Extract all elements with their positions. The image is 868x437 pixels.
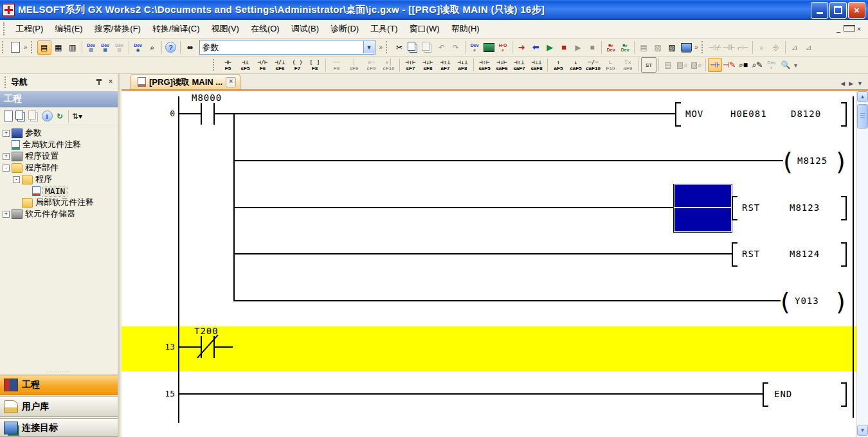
toolbar-overflow-chevron[interactable]: » (694, 44, 698, 51)
tree-item-parameter[interactable]: + 参数 (0, 127, 118, 139)
menu-diagnostics[interactable]: 诊断(D) (325, 21, 365, 37)
tree-item-program-setting[interactable]: + 程序设置 (0, 150, 118, 162)
edit-rung-insert-button[interactable]: ⌐⊢ (736, 40, 750, 55)
application-instruction-button[interactable]: [ ]F8 (306, 57, 323, 73)
pin-icon[interactable] (95, 78, 104, 87)
user-library-view-button[interactable]: 用户库 (0, 397, 118, 417)
vertical-scrollbar[interactable]: ▲ ▼ (856, 91, 868, 437)
navigation-window-toggle[interactable]: ▤ (37, 40, 51, 55)
mdi-restore-button[interactable] (844, 25, 854, 33)
edit-line-delete-button[interactable]: ⊣⊩ (722, 40, 736, 55)
mdi-close-button[interactable]: × (854, 25, 864, 33)
comment-edit-button[interactable]: ⊿ (788, 40, 802, 55)
redo-button[interactable]: ↷ (449, 40, 463, 55)
tab-scroll-right-icon[interactable]: ▶ (849, 80, 853, 87)
write-to-plc-button[interactable]: ➜ (514, 40, 529, 55)
minimize-button[interactable] (811, 2, 828, 19)
function-block-selection-button[interactable]: ▦ (51, 40, 66, 55)
sort-dropdown-button[interactable]: ⇅▾ (71, 110, 84, 123)
branch-line-button[interactable]: ∟F10 (602, 57, 619, 73)
delete-horizontal-line-button[interactable]: ×─cF9 (363, 57, 380, 73)
read-from-plc-button[interactable]: ⬅ (529, 40, 543, 55)
horizontal-line-button[interactable]: ──F9 (328, 57, 345, 73)
closed-branch-button[interactable]: ⊣/⊥sF6 (271, 57, 289, 73)
edit-jump-button[interactable]: ⎆ (769, 40, 783, 55)
monitor-start-all-button[interactable]: ▶ (571, 40, 585, 55)
device-memory-button[interactable]: Dev▦ (98, 40, 113, 55)
copy-item-button[interactable] (15, 110, 28, 123)
tab-close-icon[interactable]: × (226, 77, 236, 87)
note-insert-button[interactable]: ▧ (651, 40, 665, 55)
combobox-dropdown-arrow[interactable]: ▼ (363, 41, 375, 53)
monitor-start-button[interactable]: ▶ (543, 40, 557, 55)
tree-item-main[interactable]: MAIN (0, 185, 118, 197)
device-find-dropdown[interactable]: ⌕ (145, 40, 159, 55)
crossref-window-button[interactable] (482, 40, 496, 55)
property-button[interactable]: i (41, 110, 53, 123)
device-batch-monitor-button[interactable]: ■⌕Dev (618, 40, 632, 55)
expander-icon[interactable]: + (3, 153, 10, 160)
menu-help[interactable]: 帮助(H) (446, 21, 485, 37)
menu-view[interactable]: 视图(V) (206, 21, 245, 37)
scrollbar-thumb[interactable] (857, 104, 868, 129)
menu-find-replace[interactable]: 搜索/替换(F) (89, 21, 147, 37)
scroll-up-icon[interactable]: ▲ (857, 91, 868, 102)
toolbar-overflow-chevron[interactable]: ▾ (794, 62, 797, 69)
tab-list-dropdown-icon[interactable]: ▼ (857, 80, 863, 87)
connection-destination-view-button[interactable]: 连接目标 (0, 418, 118, 437)
menu-debug[interactable]: 调试(B) (285, 21, 325, 37)
toolbar-overflow-chevron[interactable]: » (379, 44, 383, 51)
expander-icon[interactable]: + (3, 211, 10, 218)
expander-icon[interactable]: - (13, 176, 20, 183)
mdi-minimize-button[interactable]: _ (833, 25, 844, 33)
undo-button[interactable]: ↶ (435, 40, 449, 55)
device-test-write-button[interactable]: ■⌕Dev (604, 40, 618, 55)
inline-st-button[interactable]: ST (641, 57, 656, 73)
toolbar-overflow-chevron[interactable]: » (24, 44, 28, 51)
delete-vertical-line-button[interactable]: ×│cF10 (380, 57, 397, 73)
refresh-button[interactable]: ↻ (53, 110, 66, 123)
rising-pulse-close-button[interactable]: ⊣⇑⊢saF5 (476, 57, 493, 73)
paste-item-button[interactable] (28, 110, 41, 123)
open-contact-button[interactable]: ⊣⊢F5 (219, 57, 237, 73)
close-button[interactable]: × (848, 2, 865, 19)
device-comment-button[interactable]: Dev▨ (84, 40, 98, 55)
ladder-read-mode-button[interactable]: ⊣⊦ (708, 58, 722, 72)
device-comment-find-button[interactable]: Dev⌕ (467, 40, 482, 55)
edit-note-button[interactable]: ▧⌕ (675, 58, 689, 72)
falling-pulse-close-button[interactable]: ⊣⇓⊢saF6 (493, 57, 511, 73)
tab-main-program[interactable]: [PRG]读取 MAIN ... × (131, 74, 240, 89)
statement-jump-button[interactable]: ▨ (665, 40, 679, 55)
menu-compile[interactable]: 转换/编译(C) (147, 21, 206, 37)
rising-pulse-close-branch-button[interactable]: ⊣⇑⊥saF7 (511, 57, 528, 73)
restore-button[interactable] (829, 2, 847, 19)
menu-window[interactable]: 窗口(W) (404, 21, 446, 37)
menu-project[interactable]: 工程(P) (10, 21, 49, 37)
monitor-stop-all-button[interactable]: ■ (585, 40, 599, 55)
tree-item-local-comment[interactable]: 局部软元件注释 (0, 197, 118, 208)
rising-pulse-button[interactable]: ⊣↑⊢sF7 (402, 57, 419, 73)
tree-item-pou[interactable]: - 程序部件 (0, 162, 118, 174)
falling-pulse-button[interactable]: ⊣↓⊢sF8 (419, 57, 437, 73)
new-project-button[interactable] (8, 40, 23, 55)
edit-device-comment-button[interactable]: ▨⌕ (689, 58, 703, 72)
copy-button[interactable] (406, 40, 420, 55)
expander-icon[interactable]: + (3, 130, 10, 137)
tree-item-program[interactable]: - 程序 (0, 174, 118, 185)
falling-pulse-branch-button[interactable]: ⊣↓⊥aF8 (454, 57, 471, 73)
panel-splitter[interactable]: ......... (0, 368, 118, 373)
edit-statement-button[interactable]: ▤ (661, 58, 675, 72)
scroll-down-icon[interactable]: ▼ (857, 425, 868, 436)
coil-button[interactable]: ( )F7 (289, 57, 306, 73)
search-keyword-combobox[interactable]: 参数 ▼ (199, 40, 375, 55)
device-batch-button[interactable]: Dev▧ (113, 40, 127, 55)
project-view-button[interactable]: 工程 (0, 375, 118, 395)
invert-operation-rising-button[interactable]: ↑aF5 (550, 57, 567, 73)
menu-online[interactable]: 在线(O) (245, 21, 285, 37)
tree-item-device-memory[interactable]: + 软元件存储器 (0, 208, 118, 220)
rising-pulse-branch-button[interactable]: ⊣↑⊥aF7 (437, 57, 454, 73)
open-branch-button[interactable]: ⊣⊥sF5 (237, 57, 254, 73)
delete-branch-button[interactable]: T×aF9 (619, 57, 637, 73)
expander-icon[interactable]: - (3, 165, 10, 172)
device-display-button[interactable]: Dev⌕ (764, 58, 779, 72)
